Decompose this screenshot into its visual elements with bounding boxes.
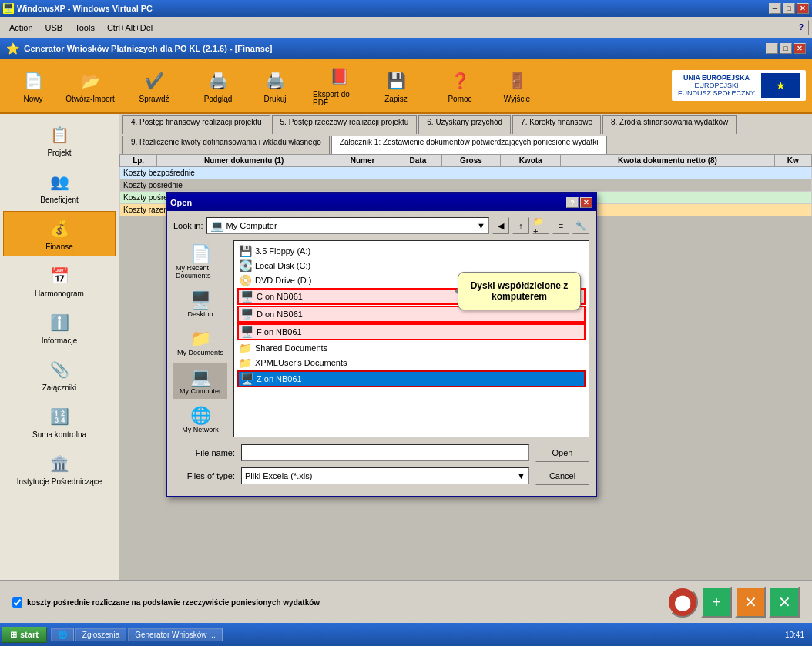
zapisz-button[interactable]: 💾 Zapisz	[369, 61, 423, 110]
place-desktop[interactable]: 🖥️ Desktop	[173, 286, 227, 322]
filename-input[interactable]	[241, 444, 529, 461]
place-computer[interactable]: 💻 My Computer	[173, 363, 227, 399]
drukuj-icon: 🖨️	[263, 69, 287, 93]
sprawdz-button[interactable]: ✔️ Sprawdź	[127, 61, 181, 110]
posrednie-text: koszty pośrednie rozliczane na podstawie…	[27, 598, 320, 607]
nav-new-folder-button[interactable]: 📁+	[532, 217, 549, 234]
tab-z1[interactable]: Załącznik 1: Zestawienie dokumentów potw…	[331, 136, 607, 154]
dialog-close-button[interactable]: ✕	[580, 197, 592, 208]
list-item[interactable]: 🖥️ Z on NB061	[237, 370, 586, 387]
list-item[interactable]: 💾 3.5 Floppy (A:)	[237, 244, 586, 258]
col-kw: Kw	[774, 155, 811, 167]
close-button[interactable]: ✕	[797, 3, 809, 14]
nav-tools-button[interactable]: 🔧	[572, 217, 589, 234]
tab-4[interactable]: 4. Postęp finansowy realizacji projektu	[122, 115, 270, 134]
dialog-toolbar: Look in: 💻 My Computer ▼ ◀ ↑ 📁+ ≡ 🔧	[173, 217, 589, 234]
menu-bar: Action USB Tools Ctrl+Alt+Del ?	[0, 17, 812, 38]
cancel-button[interactable]: Cancel	[535, 467, 589, 485]
col-lp: Lp.	[120, 155, 157, 167]
sidebar-item-suma[interactable]: 🔢 Suma kontrolna	[3, 399, 116, 444]
taskbar-zglosenia[interactable]: Zgłoszenia	[75, 628, 126, 641]
nowy-button[interactable]: 📄 Nowy	[6, 61, 60, 110]
row-label: Koszty bezpośrednie	[120, 167, 812, 179]
drukuj-button[interactable]: 🖨️ Drukuj	[248, 61, 302, 110]
dialog-footer: File name: Open Files of type: Pliki Exc…	[173, 443, 589, 485]
eksport-icon: 📕	[327, 64, 351, 89]
projekt-icon: 📋	[47, 122, 72, 147]
pośrednie-checkbox-label[interactable]: koszty pośrednie rozliczane na podstawie…	[12, 597, 320, 608]
podglad-icon: 🖨️	[206, 69, 230, 93]
action-btn-1[interactable]: ⬤	[667, 587, 698, 618]
otworz-icon: 📂	[78, 69, 102, 93]
tab-5[interactable]: 5. Postęp rzeczowy realizacji projektu	[272, 115, 418, 134]
nav-back-button[interactable]: ◀	[492, 217, 509, 234]
sidebar-item-zalaczniki[interactable]: 📎 Załączniki	[3, 352, 116, 397]
help-button[interactable]: ?	[794, 20, 809, 35]
action-btn-3[interactable]: ✕	[735, 587, 766, 618]
look-in-label: Look in:	[173, 221, 203, 230]
menu-usb[interactable]: USB	[39, 21, 69, 35]
file-name: DVD Drive (D:)	[255, 276, 311, 285]
nav-view-button[interactable]: ≡	[552, 217, 569, 234]
place-recent[interactable]: 📄 My Recent Documents	[173, 240, 227, 283]
brand-line1: UNIA EUROPEJSKA	[678, 74, 755, 82]
filename-row: File name: Open	[173, 443, 589, 462]
sidebar-item-projekt[interactable]: 📋 Projekt	[3, 117, 116, 162]
file-name: F on NB061	[257, 327, 302, 336]
brand-line2: EUROPEJSKI	[678, 82, 755, 89]
nav-up-button[interactable]: ↑	[512, 217, 529, 234]
computer-label: My Computer	[180, 387, 221, 395]
app-minimize-button[interactable]: ─	[766, 43, 778, 54]
open-button[interactable]: Open	[535, 443, 589, 462]
menu-ctrlaltdel[interactable]: Ctrl+Alt+Del	[101, 21, 159, 35]
posrednie-checkbox[interactable]	[12, 597, 22, 608]
app-close-button[interactable]: ✕	[794, 43, 806, 54]
taskbar-generator[interactable]: Generator Wniosków ...	[128, 628, 222, 641]
sidebar-item-informacje[interactable]: ℹ️ Informacje	[3, 305, 116, 350]
col-data: Data	[394, 155, 442, 167]
menu-tools[interactable]: Tools	[69, 21, 101, 35]
look-in-combo[interactable]: 💻 My Computer ▼	[206, 217, 489, 234]
taskbar-ie-icon[interactable]: 🌐	[51, 628, 74, 641]
sidebar-item-finanse[interactable]: 💰 Finanse	[3, 211, 116, 256]
localdisk-icon: 💽	[239, 259, 252, 272]
app-restore-button[interactable]: □	[780, 43, 792, 54]
place-my-docs[interactable]: 📁 My Documents	[173, 325, 227, 360]
list-item[interactable]: 🖥️ F on NB061	[237, 323, 586, 340]
minimize-button[interactable]: ─	[769, 3, 781, 14]
tab-6[interactable]: 6. Uzyskany przychód	[418, 115, 511, 134]
eksport-button[interactable]: 📕 Eksport do PDF	[312, 61, 366, 110]
list-item[interactable]: 📁 XPMLUser's Documents	[237, 356, 586, 370]
wyjscie-button[interactable]: 🚪 Wyjście	[490, 61, 544, 110]
otworz-button[interactable]: 📂 Otwórz-Import	[63, 61, 117, 110]
filename-label: File name:	[173, 448, 235, 457]
start-icon: ⊞	[10, 630, 17, 640]
filetype-combo[interactable]: Pliki Excela (*.xls) ▼	[241, 467, 529, 484]
file-list[interactable]: 💾 3.5 Floppy (A:) 💽 Local Disk (C:) 📀 DV…	[233, 240, 589, 437]
list-item[interactable]: 💽 Local Disk (C:)	[237, 259, 586, 273]
sidebar-item-harmonogram[interactable]: 📅 Harmonogram	[3, 258, 116, 303]
filetype-label: Files of type:	[173, 471, 235, 480]
action-btn-2[interactable]: +	[701, 587, 732, 618]
menu-action[interactable]: Action	[3, 21, 39, 35]
list-item[interactable]: 📁 Shared Documents	[237, 341, 586, 355]
dialog-help-button[interactable]: ?	[566, 197, 579, 208]
dialog-body: Look in: 💻 My Computer ▼ ◀ ↑ 📁+ ≡ 🔧	[167, 211, 596, 496]
title-bar-title: WindowsXP - Windows Virtual PC	[17, 4, 769, 13]
pomoc-button[interactable]: ❓ Pomoc	[433, 61, 487, 110]
dialog-title-buttons: ? ✕	[566, 197, 592, 208]
sidebar-item-instytucje[interactable]: 🏛️ Instytucje Pośredniczące	[3, 446, 116, 491]
place-network[interactable]: 🌐 My Network	[173, 402, 227, 437]
action-btn-4[interactable]: ✕	[769, 587, 800, 618]
table-row: Koszty bezpośrednie	[120, 167, 812, 179]
start-button[interactable]: ⊞ start	[2, 627, 47, 643]
tooltip-bubble: Dyski współdzielone z komputerem	[458, 272, 581, 310]
tab-8[interactable]: 8. Źródła sfinansowania wydatków	[602, 115, 737, 134]
tab-9[interactable]: 9. Rozliczenie kwoty dofinansowania i wk…	[122, 136, 330, 154]
pomoc-icon: ❓	[448, 69, 472, 93]
sidebar-item-beneficjent[interactable]: 👥 Beneficjent	[3, 164, 116, 209]
title-bar-buttons: ─ □ ✕	[769, 3, 809, 14]
tab-7[interactable]: 7. Korekty finansowe	[512, 115, 601, 134]
podglad-button[interactable]: 🖨️ Podgląd	[191, 61, 245, 110]
maximize-button[interactable]: □	[783, 3, 795, 14]
